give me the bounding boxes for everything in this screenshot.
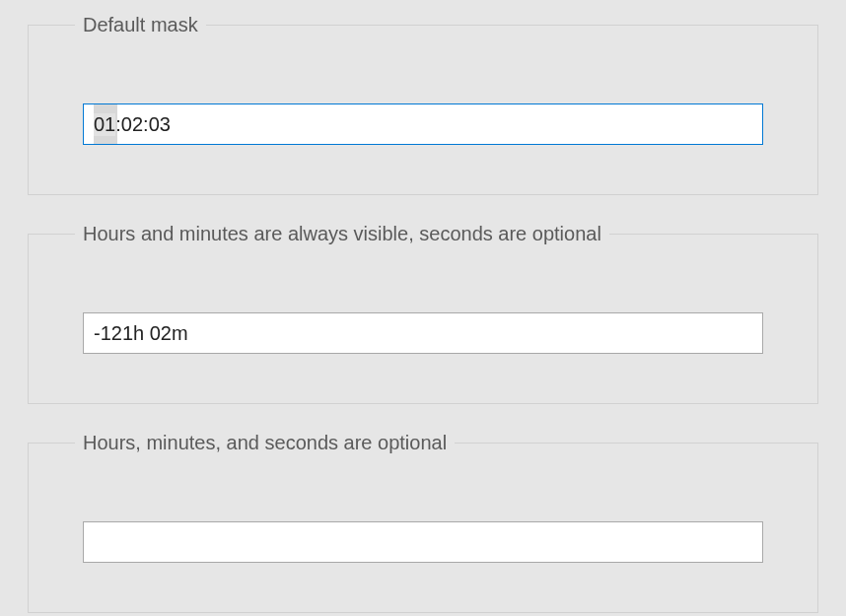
time-input-hours-minutes[interactable] <box>83 312 763 354</box>
group-default-mask: Default mask 01:02:03 <box>28 14 818 195</box>
time-input-wrap <box>83 521 763 563</box>
group-legend: Hours, minutes, and seconds are optional <box>75 432 455 454</box>
group-hours-minutes-visible: Hours and minutes are always visible, se… <box>28 223 818 404</box>
time-input-wrap <box>83 312 763 354</box>
group-all-optional: Hours, minutes, and seconds are optional <box>28 432 818 613</box>
group-legend: Hours and minutes are always visible, se… <box>75 223 609 245</box>
selection-highlight <box>94 104 117 144</box>
time-input-default[interactable] <box>83 103 763 145</box>
time-input-wrap: 01:02:03 <box>83 103 763 145</box>
group-legend: Default mask <box>75 14 206 36</box>
time-input-all-optional[interactable] <box>83 521 763 563</box>
